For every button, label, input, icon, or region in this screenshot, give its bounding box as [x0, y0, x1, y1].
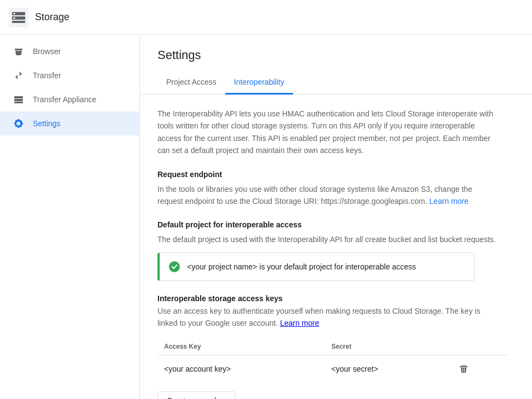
sidebar-label-transfer: Transfer — [33, 71, 61, 80]
request-endpoint-title: Request endpoint — [157, 170, 515, 179]
svg-rect-7 — [14, 96, 23, 98]
access-keys-description: Use an access key to authenticate yourse… — [157, 305, 496, 330]
col-actions — [450, 338, 507, 355]
table-header-row: Access Key Secret — [157, 338, 507, 355]
svg-rect-8 — [14, 99, 23, 101]
svg-rect-3 — [12, 21, 25, 23]
tab-content: The Interoperability API lets you use HM… — [140, 95, 532, 399]
storage-logo-icon — [9, 8, 28, 27]
cell-access-key: <your account key> — [157, 355, 325, 383]
request-endpoint-description: In the tools or libraries you use with o… — [157, 183, 496, 208]
sidebar-label-settings: Settings — [33, 119, 61, 128]
bucket-icon — [13, 46, 24, 57]
request-endpoint-learn-more[interactable]: Learn more — [429, 197, 469, 206]
intro-text: The Interoperability API lets you use HM… — [157, 108, 496, 157]
default-project-title: Default project for interoperable access — [157, 220, 515, 229]
default-project-box: <your project name> is your default proj… — [157, 253, 475, 281]
col-secret: Secret — [325, 338, 450, 355]
tab-interoperability[interactable]: Interoperability — [225, 71, 293, 95]
tab-project-access[interactable]: Project Access — [157, 71, 225, 95]
sidebar-label-browser: Browser — [33, 47, 61, 56]
tabs-bar: Project Access Interoperability — [157, 71, 515, 94]
svg-rect-9 — [14, 102, 23, 103]
sidebar-label-transfer-appliance: Transfer Appliance — [33, 95, 96, 104]
default-project-section: Default project for interoperable access… — [157, 220, 515, 280]
default-project-status: <your project name> is your default proj… — [187, 262, 416, 271]
sidebar: Browser Transfer Transfer Appliance — [0, 35, 140, 399]
default-project-description: The default project is used with the Int… — [157, 233, 496, 245]
access-keys-learn-more[interactable]: Learn more — [280, 319, 319, 327]
svg-rect-4 — [13, 13, 15, 14]
page-title: Settings — [157, 48, 515, 62]
sidebar-item-browser[interactable]: Browser — [0, 39, 139, 63]
transfer-icon — [13, 70, 24, 81]
appliance-icon — [13, 94, 24, 105]
svg-point-10 — [169, 261, 180, 272]
table-header: Access Key Secret — [157, 338, 507, 355]
trash-icon — [459, 364, 469, 374]
main-layout: Browser Transfer Transfer Appliance — [0, 35, 532, 399]
app-title: Storage — [35, 11, 69, 23]
app-logo: Storage — [9, 8, 69, 27]
create-new-key-button[interactable]: Create a new key — [157, 391, 236, 399]
top-bar: Storage — [0, 0, 532, 35]
request-endpoint-section: Request endpoint In the tools or librari… — [157, 170, 515, 208]
table-body: <your account key> <your secret> — [157, 355, 507, 383]
sidebar-item-settings[interactable]: Settings — [0, 112, 139, 136]
access-keys-title: Interoperable storage access keys — [157, 294, 515, 303]
content-area: Settings Project Access Interoperability… — [140, 35, 532, 399]
svg-rect-6 — [15, 49, 22, 50]
check-circle-icon — [168, 261, 180, 273]
svg-rect-5 — [13, 17, 15, 19]
col-access-key: Access Key — [157, 338, 325, 355]
sidebar-item-transfer[interactable]: Transfer — [0, 63, 139, 87]
table-row: <your account key> <your secret> — [157, 355, 507, 383]
access-keys-table: Access Key Secret <your account key> <yo… — [157, 338, 507, 383]
cell-actions — [450, 355, 507, 383]
sidebar-item-transfer-appliance[interactable]: Transfer Appliance — [0, 87, 139, 112]
settings-icon — [13, 118, 24, 129]
cell-secret: <your secret> — [325, 355, 450, 383]
settings-header: Settings Project Access Interoperability — [140, 35, 532, 95]
delete-key-button[interactable] — [457, 362, 471, 376]
access-keys-section: Interoperable storage access keys Use an… — [157, 294, 515, 399]
